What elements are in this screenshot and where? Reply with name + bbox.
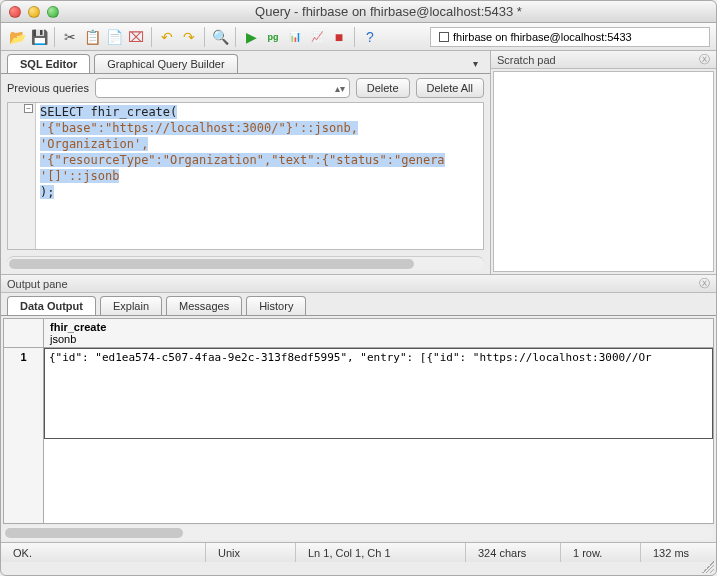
help-icon[interactable]: ? [360,27,380,47]
open-icon[interactable]: 📂 [7,27,27,47]
status-message: OK. [1,543,206,562]
connection-color-swatch [439,32,449,42]
previous-queries-combo[interactable]: ▴▾ [95,78,350,98]
status-encoding: Unix [206,543,296,562]
window-title: Query - fhirbase on fhirbase@localhost:5… [69,4,708,19]
redo-icon[interactable]: ↷ [179,27,199,47]
output-horizontal-scrollbar[interactable] [3,526,714,540]
result-cell[interactable]: {"id": "ed1ea574-c507-4faa-9e2c-313f8edf… [44,348,713,439]
editor-horizontal-scrollbar[interactable] [7,256,484,270]
column-header[interactable]: fhir_create jsonb [44,319,713,347]
status-bar: OK. Unix Ln 1, Col 1, Ch 1 324 chars 1 r… [1,542,716,562]
tab-sql-editor[interactable]: SQL Editor [7,54,90,73]
resize-handle-icon[interactable] [702,561,714,573]
connection-label: fhirbase on fhirbase@localhost:5433 [453,31,632,43]
row-number[interactable]: 1 [4,348,44,523]
status-char-count: 324 chars [466,543,561,562]
column-type: jsonb [50,333,76,345]
cut-icon[interactable]: ✂ [60,27,80,47]
column-name: fhir_create [50,321,106,333]
tabs-overflow-icon[interactable]: ▾ [467,58,484,69]
clear-icon[interactable]: ⌧ [126,27,146,47]
tab-data-output[interactable]: Data Output [7,296,96,315]
output-pane-title: Output pane [7,278,68,290]
tab-graphical-query-builder[interactable]: Graphical Query Builder [94,54,237,73]
zoom-window-button[interactable] [47,6,59,18]
minimize-window-button[interactable] [28,6,40,18]
tab-explain[interactable]: Explain [100,296,162,315]
save-icon[interactable]: 💾 [29,27,49,47]
cancel-icon[interactable]: ■ [329,27,349,47]
tab-history[interactable]: History [246,296,306,315]
status-row-count: 1 row. [561,543,641,562]
previous-delete-button[interactable]: Delete [356,78,410,98]
previous-queries-label: Previous queries [7,82,89,94]
tab-messages[interactable]: Messages [166,296,242,315]
main-toolbar: 📂 💾 ✂ 📋 📄 ⌧ ↶ ↷ 🔍 ▶ pg 📊 📈 ■ ? fhirbase … [1,23,716,51]
scratch-pad-title: Scratch pad [497,54,556,66]
close-window-button[interactable] [9,6,21,18]
scratch-pad-area[interactable] [493,71,714,272]
result-grid[interactable]: fhir_create jsonb 1 {"id": "ed1ea574-c50… [3,318,714,524]
copy-icon[interactable]: 📋 [82,27,102,47]
output-close-icon[interactable]: ⓧ [699,276,710,291]
previous-delete-all-button[interactable]: Delete All [416,78,484,98]
title-bar: Query - fhirbase on fhirbase@localhost:5… [1,1,716,23]
sql-editor[interactable]: − SELECT fhir_create( '{"base":"https://… [7,102,484,250]
fold-toggle-icon[interactable]: − [24,104,33,113]
undo-icon[interactable]: ↶ [157,27,177,47]
execute-pgscript-icon[interactable]: pg [263,27,283,47]
status-cursor-position: Ln 1, Col 1, Ch 1 [296,543,466,562]
paste-icon[interactable]: 📄 [104,27,124,47]
status-exec-time: 132 ms [641,543,716,562]
explain-analyze-icon[interactable]: 📈 [307,27,327,47]
connection-selector[interactable]: fhirbase on fhirbase@localhost:5433 [430,27,710,47]
execute-icon[interactable]: ▶ [241,27,261,47]
find-icon[interactable]: 🔍 [210,27,230,47]
sql-code[interactable]: SELECT fhir_create( '{"base":"https://lo… [36,103,483,201]
scratch-close-icon[interactable]: ⓧ [699,52,710,67]
row-header-corner [4,319,44,347]
explain-icon[interactable]: 📊 [285,27,305,47]
